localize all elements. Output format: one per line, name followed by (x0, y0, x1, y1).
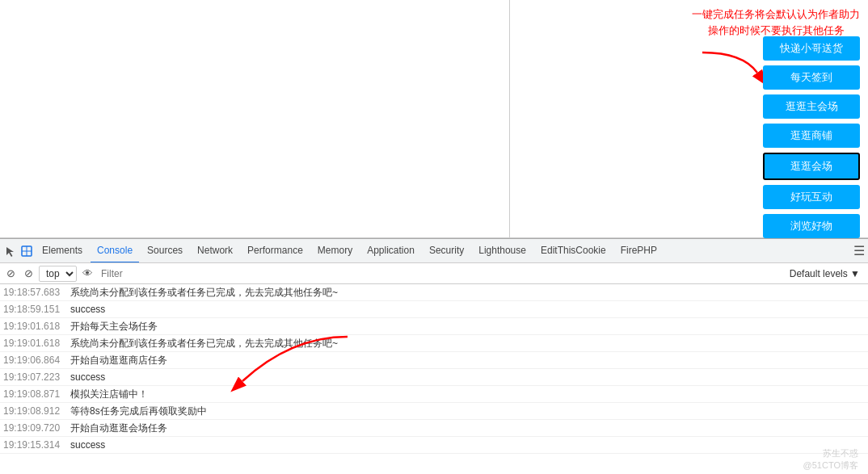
log-line: 19:18:59.151success (0, 301, 868, 318)
eye-icon[interactable]: 👁 (80, 266, 95, 281)
log-line: 19:19:08.871模拟关注店铺中！ (0, 386, 868, 403)
buttons-panel: 快递小哥送货 每天签到 逛逛主会场 逛逛商铺 逛逛会场 好玩互动 浏览好物 (763, 36, 860, 238)
log-line: 19:19:07.223success (0, 369, 868, 386)
tab-firephp[interactable]: FirePHP (614, 239, 664, 263)
block-icon[interactable]: ⊘ (21, 266, 36, 281)
log-line: 19:19:06.864开始自动逛逛商店任务 (0, 352, 868, 369)
annotation-line2: 操作的时候不要执行其他任务 (708, 24, 845, 36)
devtools-tabs-bar: Elements Console Sources Network Perform… (0, 239, 868, 263)
log-line: 19:19:01.618开始每天主会场任务 (0, 318, 868, 335)
btn-venue[interactable]: 逛逛会场 (763, 153, 860, 180)
vertical-divider (509, 0, 510, 237)
log-line: 19:18:57.683系统尚未分配到该任务或者任务已完成，先去完成其他任务吧~ (0, 284, 868, 301)
watermark: 苏生不惑@51CTO博客 (803, 447, 858, 472)
tab-performance[interactable]: Performance (241, 239, 310, 263)
context-select[interactable]: top (39, 266, 77, 282)
annotation-line1: 一键完成任务将会默认认为作者助力 (692, 8, 860, 20)
cursor-icon[interactable] (3, 244, 18, 258)
tab-sources[interactable]: Sources (141, 239, 189, 263)
clear-console-icon[interactable]: ⊘ (3, 266, 18, 281)
filter-input[interactable] (98, 266, 786, 281)
log-line: 19:19:08.912等待8s任务完成后再领取奖励中 (0, 403, 868, 420)
btn-browse[interactable]: 浏览好物 (763, 214, 860, 238)
tab-console[interactable]: Console (91, 239, 139, 263)
inspect-icon[interactable] (19, 244, 34, 258)
console-output: 19:18:57.683系统尚未分配到该任务或者任务已完成，先去完成其他任务吧~… (0, 284, 868, 474)
btn-daily-signin[interactable]: 每天签到 (763, 65, 860, 90)
btn-fun[interactable]: 好玩互动 (763, 185, 860, 209)
tab-editthiscookie[interactable]: EditThisCookie (534, 239, 613, 263)
main-area: 一键完成任务将会默认认为作者助力 操作的时候不要执行其他任务 快递小哥送货 每天… (0, 0, 868, 238)
tab-lighthouse[interactable]: Lighthouse (472, 239, 533, 263)
log-line: 19:19:09.720开始自动逛逛会场任务 (0, 420, 868, 437)
tab-network[interactable]: Network (191, 239, 239, 263)
devtools-more-icon[interactable]: ☰ (853, 243, 865, 258)
btn-express[interactable]: 快递小哥送货 (763, 36, 860, 61)
btn-shop[interactable]: 逛逛商铺 (763, 124, 860, 148)
tab-security[interactable]: Security (423, 239, 470, 263)
red-arrow-upper (694, 44, 767, 101)
log-line: 19:19:01.618系统尚未分配到该任务或者任务已完成，先去完成其他任务吧~ (0, 335, 868, 352)
default-levels-dropdown[interactable]: Default levels ▼ (790, 268, 865, 279)
log-line: 19:19:15.314success (0, 437, 868, 454)
tab-memory[interactable]: Memory (311, 239, 359, 263)
btn-main-venue[interactable]: 逛逛主会场 (763, 94, 860, 119)
tab-elements[interactable]: Elements (36, 239, 89, 263)
console-bar: ⊘ ⊘ top 👁 Default levels ▼ (0, 263, 868, 284)
annotation-text: 一键完成任务将会默认认为作者助力 操作的时候不要执行其他任务 (692, 6, 860, 38)
log-container: 19:18:57.683系统尚未分配到该任务或者任务已完成，先去完成其他任务吧~… (0, 284, 868, 454)
devtools-chrome: Elements Console Sources Network Perform… (0, 238, 868, 474)
tab-application[interactable]: Application (360, 239, 421, 263)
